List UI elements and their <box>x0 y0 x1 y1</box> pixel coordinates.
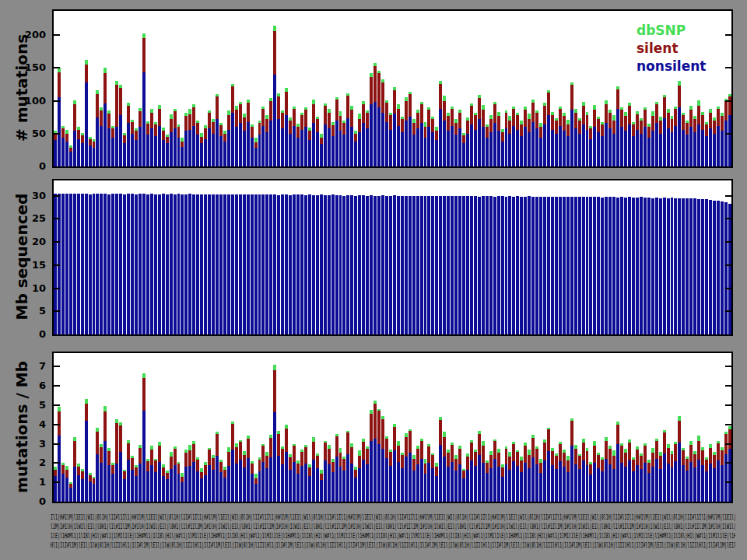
bar <box>223 131 226 166</box>
bar <box>405 196 408 334</box>
bar <box>366 196 369 334</box>
bar <box>454 119 458 166</box>
bar <box>543 197 546 334</box>
bar <box>208 194 211 334</box>
bar <box>728 426 731 502</box>
bar <box>324 441 327 502</box>
bar <box>269 194 272 334</box>
bar <box>458 110 461 166</box>
bar <box>524 443 527 502</box>
bar <box>474 113 477 166</box>
y-tick-label: 5 <box>4 306 46 317</box>
bar <box>470 196 473 334</box>
bar <box>69 145 72 166</box>
bar <box>177 462 181 502</box>
bar <box>663 198 666 334</box>
bar <box>243 451 246 502</box>
bar <box>158 105 161 166</box>
bar <box>285 425 288 502</box>
bar <box>273 26 276 166</box>
bar <box>570 197 573 334</box>
bar <box>624 449 627 502</box>
sample-labels-row: Hl1|1lI#l1M|lE1l|1lW|8l1H|l1I1lHl1|1lI#l… <box>51 541 735 550</box>
bar <box>466 453 469 502</box>
bar <box>196 457 199 502</box>
bar <box>427 107 430 166</box>
bar <box>578 197 581 334</box>
bar <box>277 93 280 166</box>
bar <box>73 100 76 166</box>
bar <box>300 450 303 502</box>
bar <box>103 406 107 502</box>
bar <box>308 464 311 502</box>
bar <box>412 455 416 502</box>
bar <box>170 114 173 166</box>
bar <box>212 194 215 334</box>
bar <box>401 117 404 166</box>
bar <box>119 85 122 166</box>
bar <box>296 460 300 502</box>
bar <box>705 457 708 502</box>
bar <box>227 447 230 502</box>
bar <box>717 107 720 166</box>
bar <box>265 115 268 166</box>
bar <box>640 453 643 502</box>
bar <box>620 443 623 502</box>
bar <box>397 441 400 502</box>
bar <box>478 197 481 334</box>
bar <box>377 196 381 334</box>
bar <box>651 448 654 502</box>
bar <box>200 468 203 502</box>
bar <box>528 114 531 166</box>
legend: dbSNP silent nonsilent <box>637 22 706 75</box>
bar <box>640 197 643 334</box>
bar <box>170 194 173 334</box>
bar <box>196 194 199 334</box>
y-tick <box>54 34 60 36</box>
bar <box>146 121 149 166</box>
bar <box>551 448 554 502</box>
bar <box>693 451 696 502</box>
bar <box>655 198 658 334</box>
bar <box>339 448 342 502</box>
y-tick-label: 5 <box>4 400 46 411</box>
bar <box>497 449 500 502</box>
bar <box>385 436 388 502</box>
bar <box>466 196 469 334</box>
bar <box>717 201 720 334</box>
bar <box>628 197 631 334</box>
bar <box>431 196 434 334</box>
bar <box>512 107 515 166</box>
bar <box>304 195 307 334</box>
bar <box>258 194 261 334</box>
bar <box>235 106 238 166</box>
bar <box>671 451 674 502</box>
y-tick <box>725 366 731 367</box>
bar <box>296 194 300 334</box>
bar <box>689 441 693 502</box>
bar <box>111 463 114 502</box>
bar <box>146 459 149 502</box>
bar <box>424 122 427 166</box>
bar <box>335 97 338 166</box>
bar <box>277 431 280 502</box>
sample-labels-row: l1M|I#1lH|1lW1l|E1l|l8H1|l1l#1Il1M|I#1lH… <box>51 523 735 531</box>
bar <box>346 195 349 334</box>
bar <box>350 195 353 334</box>
sample-labels-row: Il1|H#1lM|l1E1l|W1l|8l1H|l1I#l1Il1|H#1lM… <box>51 513 735 522</box>
bar <box>119 422 122 502</box>
y-tick <box>725 195 731 197</box>
bar <box>162 194 165 334</box>
bar <box>81 194 84 334</box>
bar <box>107 448 110 502</box>
bar <box>693 116 696 166</box>
bar <box>551 112 554 166</box>
bar <box>146 194 149 334</box>
bar <box>204 194 207 334</box>
bar <box>65 466 68 502</box>
bar <box>486 196 489 334</box>
bar <box>239 194 242 334</box>
bar <box>158 442 161 502</box>
y-tick-label: 150 <box>4 62 46 73</box>
bar <box>431 453 434 502</box>
